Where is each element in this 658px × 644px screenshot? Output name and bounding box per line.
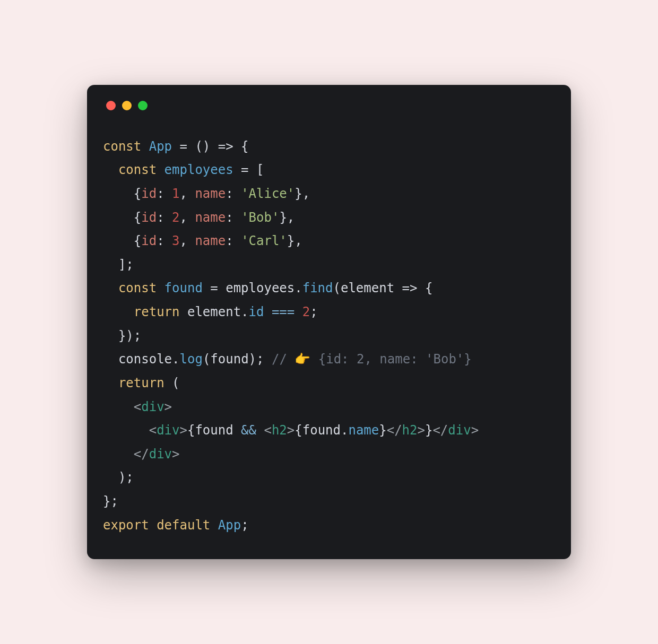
jsx-tag-div: div bbox=[149, 447, 172, 462]
number-literal: 2 bbox=[302, 304, 310, 319]
identifier-app: App bbox=[149, 139, 172, 154]
jsx-tag-div: div bbox=[157, 423, 179, 438]
keyword-const: const bbox=[118, 281, 157, 295]
comment: // bbox=[272, 352, 295, 367]
prop-id: id bbox=[141, 210, 157, 225]
identifier-employees: employees bbox=[164, 162, 233, 177]
keyword-const: const bbox=[118, 162, 157, 177]
comment: {id: 2, name: 'Bob'} bbox=[310, 352, 471, 367]
number-literal: 3 bbox=[172, 233, 179, 248]
number-literal: 1 bbox=[172, 186, 179, 201]
prop-name: name bbox=[195, 186, 226, 201]
prop-name: name bbox=[195, 210, 226, 225]
prop-id: id bbox=[141, 233, 157, 248]
prop-id: id bbox=[141, 186, 157, 201]
prop-name: name bbox=[195, 233, 226, 248]
zoom-icon[interactable] bbox=[138, 101, 148, 110]
keyword-export: export bbox=[103, 518, 149, 533]
pointing-right-icon: 👉 bbox=[295, 352, 310, 367]
string-literal: 'Bob' bbox=[241, 210, 279, 225]
keyword-return: return bbox=[134, 304, 180, 319]
keyword-default: default bbox=[157, 518, 210, 533]
number-literal: 2 bbox=[172, 210, 179, 225]
string-literal: 'Alice' bbox=[241, 186, 295, 201]
minimize-icon[interactable] bbox=[122, 101, 132, 110]
keyword-return: return bbox=[118, 376, 164, 390]
jsx-tag-div: div bbox=[141, 399, 164, 414]
method-find: find bbox=[302, 281, 333, 295]
jsx-tag-h2: h2 bbox=[272, 423, 287, 438]
close-icon[interactable] bbox=[106, 101, 116, 110]
identifier-found: found bbox=[164, 281, 203, 295]
code-window: const App = () => { const employees = [ … bbox=[87, 85, 571, 560]
window-controls bbox=[103, 101, 555, 110]
keyword-const: const bbox=[103, 139, 141, 154]
identifier-app: App bbox=[218, 518, 241, 533]
method-log: log bbox=[180, 352, 203, 367]
code-block: const App = () => { const employees = [ … bbox=[103, 135, 555, 537]
string-literal: 'Carl' bbox=[241, 233, 287, 248]
